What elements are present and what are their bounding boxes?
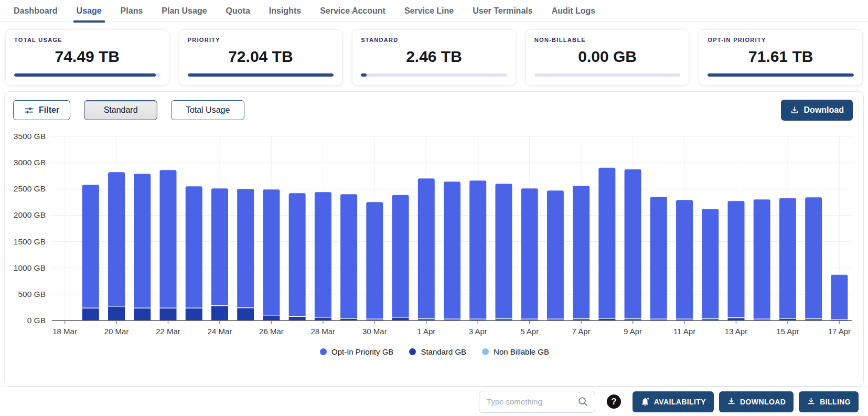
progress-bar: [188, 73, 334, 77]
nav-tab-quota[interactable]: Quota: [226, 0, 250, 22]
availability-button[interactable]: AVAILABILITY: [633, 391, 714, 412]
view-toggle-label: Total Usage: [186, 105, 230, 115]
svg-text:1500 GB: 1500 GB: [14, 237, 46, 246]
help-icon: ?: [611, 397, 616, 407]
svg-text:30 Mar: 30 Mar: [362, 327, 387, 336]
availability-button-label: AVAILABILITY: [654, 398, 706, 406]
card-label: STANDARD: [361, 37, 507, 43]
view-toggle-total-usage[interactable]: Total Usage: [171, 100, 244, 120]
progress-bar: [14, 73, 160, 77]
card-standard: STANDARD 2.46 TB: [352, 29, 516, 86]
svg-text:7 Apr: 7 Apr: [572, 327, 591, 336]
legend-label: Standard GB: [421, 347, 466, 356]
svg-text:3500 GB: 3500 GB: [14, 132, 46, 141]
nav-tab-user-terminals[interactable]: User Terminals: [473, 0, 532, 22]
progress-bar: [361, 73, 507, 77]
card-value: 0.00 GB: [534, 48, 681, 66]
filter-button-label: Filter: [39, 105, 59, 115]
legend-item-non-billable[interactable]: Non Billable GB: [482, 347, 549, 356]
svg-text:18 Mar: 18 Mar: [52, 327, 77, 336]
svg-text:2000 GB: 2000 GB: [14, 210, 46, 219]
download-button-label: Download: [804, 105, 844, 115]
download-icon: [727, 397, 736, 406]
download-icon: [807, 397, 816, 406]
card-non-billable: NON-BILLABLE 0.00 GB: [526, 29, 690, 86]
search-icon[interactable]: [577, 396, 589, 410]
billing-button[interactable]: BILLING: [799, 391, 859, 412]
card-label: TOTAL USAGE: [14, 37, 160, 43]
progress-bar-fill: [188, 73, 334, 77]
svg-text:22 Mar: 22 Mar: [156, 327, 180, 336]
nav-tab-plan-usage[interactable]: Plan Usage: [162, 0, 207, 22]
legend-item-standard[interactable]: Standard GB: [409, 347, 466, 356]
nav-tab-dashboard[interactable]: Dashboard: [14, 0, 58, 22]
bell-plus-icon: [640, 397, 650, 407]
nav-tab-plans[interactable]: Plans: [121, 0, 143, 22]
card-value: 2.46 TB: [361, 48, 507, 66]
svg-text:3 Apr: 3 Apr: [469, 327, 487, 336]
svg-text:1 Apr: 1 Apr: [417, 327, 435, 336]
usage-panel: Filter Standard Total Usage Download 0 G…: [4, 91, 864, 387]
legend-item-opt-in-priority[interactable]: Opt-In Priority GB: [320, 347, 393, 356]
progress-bar-fill: [14, 73, 156, 77]
chart-area: 0 GB500 GB1000 GB1500 GB2000 GB2500 GB30…: [5, 126, 863, 356]
legend-dot-standard: [409, 348, 416, 355]
top-navbar: Dashboard Usage Plans Plan Usage Quota I…: [0, 0, 868, 22]
card-opt-in-priority: OPT-IN PRIORITY 71.61 TB: [699, 29, 863, 86]
svg-text:500 GB: 500 GB: [18, 290, 46, 298]
svg-text:11 Apr: 11 Apr: [673, 327, 695, 336]
svg-text:15 Apr: 15 Apr: [776, 327, 799, 336]
billing-button-label: BILLING: [820, 398, 851, 406]
chart-toolbar: Filter Standard Total Usage Download: [5, 92, 863, 126]
filter-button[interactable]: Filter: [13, 100, 70, 120]
legend-label: Opt-In Priority GB: [331, 347, 393, 356]
nav-tab-usage[interactable]: Usage: [77, 0, 102, 22]
nav-tab-service-account[interactable]: Service Account: [320, 0, 385, 22]
view-toggle-label: Standard: [104, 105, 138, 115]
nav-tab-insights[interactable]: Insights: [269, 0, 301, 22]
download-icon: [790, 105, 799, 115]
card-label: NON-BILLABLE: [534, 37, 681, 43]
svg-text:17 Apr: 17 Apr: [828, 327, 851, 336]
stat-cards-row: TOTAL USAGE 74.49 TB PRIORITY 72.04 TB S…: [0, 22, 868, 92]
progress-bar: [534, 73, 681, 77]
svg-text:3000 GB: 3000 GB: [14, 158, 46, 167]
svg-text:2500 GB: 2500 GB: [14, 184, 46, 193]
nav-tab-service-line[interactable]: Service Line: [404, 0, 454, 22]
card-value: 72.04 TB: [188, 48, 334, 66]
legend-label: Non Billable GB: [494, 347, 549, 356]
svg-text:28 Mar: 28 Mar: [311, 327, 336, 336]
card-total-usage: TOTAL USAGE 74.49 TB: [5, 29, 169, 86]
legend-dot-opt-in-priority: [320, 348, 327, 355]
svg-text:13 Apr: 13 Apr: [725, 327, 747, 336]
svg-text:9 Apr: 9 Apr: [624, 327, 642, 336]
card-value: 71.61 TB: [708, 48, 854, 66]
card-value: 74.49 TB: [14, 48, 160, 66]
legend-dot-non-billable: [482, 348, 489, 355]
chart-legend: Opt-In Priority GB Standard GB Non Billa…: [10, 347, 859, 356]
card-priority: PRIORITY 72.04 TB: [179, 29, 343, 86]
progress-bar-fill: [361, 73, 367, 77]
svg-text:20 Mar: 20 Mar: [104, 327, 129, 336]
svg-text:26 Mar: 26 Mar: [259, 327, 284, 336]
progress-bar: [708, 73, 854, 77]
card-label: OPT-IN PRIORITY: [708, 37, 854, 43]
usage-stacked-bar-chart: 0 GB500 GB1000 GB1500 GB2000 GB2500 GB30…: [10, 129, 860, 340]
download-report-button-label: DOWNLOAD: [740, 398, 786, 406]
help-button[interactable]: ?: [607, 394, 621, 409]
nav-tab-audit-logs[interactable]: Audit Logs: [552, 0, 596, 22]
download-report-button[interactable]: DOWNLOAD: [719, 391, 794, 412]
download-button[interactable]: Download: [781, 100, 853, 121]
bottom-toolbar: ? AVAILABILITY DOWNLOAD BILLING: [0, 387, 868, 416]
svg-text:1000 GB: 1000 GB: [14, 263, 46, 272]
search-box: [479, 391, 595, 413]
svg-text:24 Mar: 24 Mar: [208, 327, 232, 336]
svg-text:0 GB: 0 GB: [27, 316, 46, 325]
filter-icon: [24, 105, 34, 115]
svg-text:5 Apr: 5 Apr: [520, 327, 539, 336]
view-toggle-standard[interactable]: Standard: [84, 100, 157, 120]
progress-bar-fill: [708, 73, 854, 77]
card-label: PRIORITY: [188, 37, 334, 43]
